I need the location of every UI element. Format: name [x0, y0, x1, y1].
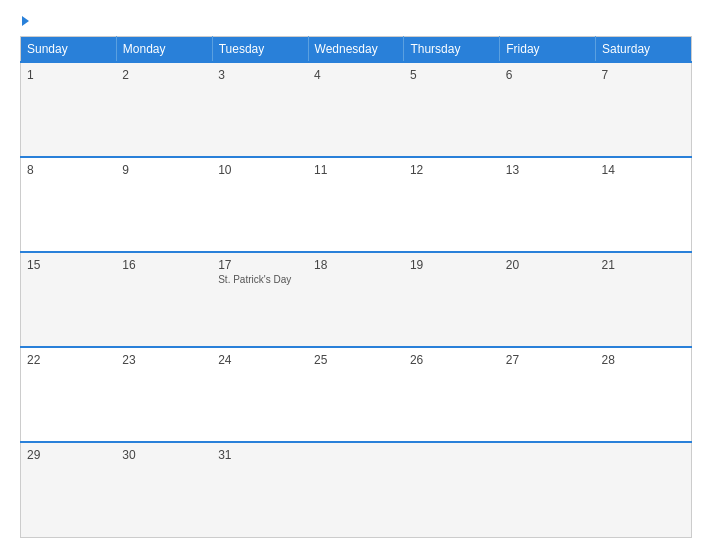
calendar-cell: 8: [21, 157, 117, 252]
day-number: 8: [27, 163, 110, 177]
day-number: 26: [410, 353, 494, 367]
weekday-saturday: Saturday: [596, 37, 692, 63]
day-number: 14: [602, 163, 685, 177]
calendar-week-row: 891011121314: [21, 157, 692, 252]
day-number: 12: [410, 163, 494, 177]
calendar-cell: 13: [500, 157, 596, 252]
day-number: 19: [410, 258, 494, 272]
day-number: 30: [122, 448, 206, 462]
day-number: 23: [122, 353, 206, 367]
calendar-cell: 15: [21, 252, 117, 347]
calendar-cell: 21: [596, 252, 692, 347]
calendar-week-row: 293031: [21, 442, 692, 537]
holiday-label: St. Patrick's Day: [218, 274, 302, 285]
day-number: 1: [27, 68, 110, 82]
calendar-cell: 11: [308, 157, 404, 252]
calendar-cell: 18: [308, 252, 404, 347]
calendar-cell: 22: [21, 347, 117, 442]
calendar-cell: 5: [404, 62, 500, 157]
header: [20, 16, 692, 26]
logo-triangle-icon: [22, 16, 29, 26]
calendar-cell: 4: [308, 62, 404, 157]
day-number: 6: [506, 68, 590, 82]
calendar-cell: 16: [116, 252, 212, 347]
weekday-thursday: Thursday: [404, 37, 500, 63]
calendar-table: Sunday Monday Tuesday Wednesday Thursday…: [20, 36, 692, 538]
calendar-cell: 19: [404, 252, 500, 347]
calendar-cell: 30: [116, 442, 212, 537]
calendar-cell: 1: [21, 62, 117, 157]
calendar-body: 1234567891011121314151617St. Patrick's D…: [21, 62, 692, 538]
calendar-cell: 17St. Patrick's Day: [212, 252, 308, 347]
calendar-cell: [308, 442, 404, 537]
day-number: 16: [122, 258, 206, 272]
calendar-cell: 10: [212, 157, 308, 252]
calendar-cell: 14: [596, 157, 692, 252]
logo: [20, 16, 29, 26]
day-number: 20: [506, 258, 590, 272]
calendar-header: Sunday Monday Tuesday Wednesday Thursday…: [21, 37, 692, 63]
calendar-cell: 31: [212, 442, 308, 537]
weekday-wednesday: Wednesday: [308, 37, 404, 63]
calendar-cell: 3: [212, 62, 308, 157]
calendar-container: Sunday Monday Tuesday Wednesday Thursday…: [0, 0, 712, 550]
weekday-friday: Friday: [500, 37, 596, 63]
day-number: 27: [506, 353, 590, 367]
weekday-sunday: Sunday: [21, 37, 117, 63]
day-number: 29: [27, 448, 110, 462]
calendar-cell: 24: [212, 347, 308, 442]
calendar-cell: 12: [404, 157, 500, 252]
calendar-cell: 7: [596, 62, 692, 157]
calendar-week-row: 151617St. Patrick's Day18192021: [21, 252, 692, 347]
calendar-cell: 27: [500, 347, 596, 442]
calendar-cell: 9: [116, 157, 212, 252]
calendar-cell: [596, 442, 692, 537]
day-number: 25: [314, 353, 398, 367]
day-number: 17: [218, 258, 302, 272]
calendar-cell: 25: [308, 347, 404, 442]
calendar-week-row: 1234567: [21, 62, 692, 157]
weekday-row: Sunday Monday Tuesday Wednesday Thursday…: [21, 37, 692, 63]
weekday-tuesday: Tuesday: [212, 37, 308, 63]
day-number: 5: [410, 68, 494, 82]
day-number: 13: [506, 163, 590, 177]
weekday-monday: Monday: [116, 37, 212, 63]
logo-blue-text: [20, 16, 29, 26]
calendar-cell: 6: [500, 62, 596, 157]
calendar-week-row: 22232425262728: [21, 347, 692, 442]
day-number: 10: [218, 163, 302, 177]
day-number: 28: [602, 353, 685, 367]
calendar-cell: [404, 442, 500, 537]
day-number: 22: [27, 353, 110, 367]
day-number: 15: [27, 258, 110, 272]
day-number: 31: [218, 448, 302, 462]
calendar-cell: 20: [500, 252, 596, 347]
day-number: 4: [314, 68, 398, 82]
day-number: 3: [218, 68, 302, 82]
day-number: 18: [314, 258, 398, 272]
day-number: 7: [602, 68, 685, 82]
calendar-cell: 23: [116, 347, 212, 442]
calendar-cell: 28: [596, 347, 692, 442]
day-number: 24: [218, 353, 302, 367]
day-number: 2: [122, 68, 206, 82]
calendar-cell: 2: [116, 62, 212, 157]
day-number: 21: [602, 258, 685, 272]
calendar-cell: 26: [404, 347, 500, 442]
day-number: 11: [314, 163, 398, 177]
calendar-cell: [500, 442, 596, 537]
day-number: 9: [122, 163, 206, 177]
calendar-cell: 29: [21, 442, 117, 537]
